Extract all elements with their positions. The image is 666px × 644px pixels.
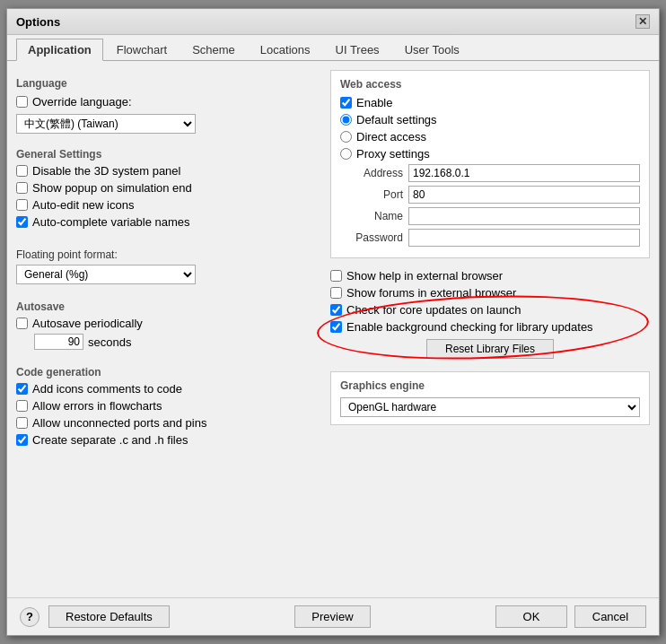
seconds-label: seconds [88,335,131,349]
tab-application[interactable]: Application [16,39,103,61]
cancel-button[interactable]: Cancel [574,605,646,628]
language-select[interactable]: 中文(繁體) (Taiwan) [16,114,196,134]
show-help-row: Show help in external browser [330,269,650,283]
default-settings-radio[interactable] [340,114,352,126]
proxy-settings-row: Proxy settings [340,147,640,161]
left-panel: Language Override language: 中文(繁體) (Taiw… [16,70,321,588]
port-input[interactable] [408,186,640,204]
tab-ui-trees[interactable]: UI Trees [324,39,391,60]
port-label: Port [340,188,403,201]
allow-errors-checkbox[interactable] [16,400,28,412]
enable-web-label: Enable [356,96,392,109]
footer: ? Restore Defaults Preview OK Cancel [7,597,659,635]
disable-3d-label: Disable the 3D system panel [32,164,180,178]
show-popup-row: Show popup on simulation end [16,181,321,195]
proxy-settings-radio[interactable] [340,148,352,160]
enable-web-checkbox[interactable] [340,97,352,109]
tab-user-tools[interactable]: User Tools [393,39,471,60]
name-label: Name [340,210,403,222]
allow-errors-row: Allow errors in flowcharts [16,399,321,413]
auto-complete-row: Auto-complete variable names [16,215,321,229]
disable-3d-checkbox[interactable] [16,165,28,177]
title-bar: Options ✕ [7,9,659,35]
main-content: Language Override language: 中文(繁體) (Taiw… [7,61,659,597]
show-popup-checkbox[interactable] [16,182,28,194]
help-button[interactable]: ? [20,607,39,627]
enable-web-row: Enable [340,96,640,109]
add-icons-row: Add icons comments to code [16,382,321,396]
password-label: Password [340,231,403,244]
autosave-section: Autosave Autosave periodically seconds [16,300,321,350]
show-help-checkbox[interactable] [330,270,342,282]
preview-button[interactable]: Preview [294,605,370,628]
allow-unconnected-row: Allow unconnected ports and pins [16,416,321,430]
password-input[interactable] [408,229,640,247]
address-input[interactable] [408,164,640,182]
add-icons-checkbox[interactable] [16,383,28,395]
show-forums-label: Show forums in external browser [346,286,516,300]
reset-btn-row: Reset Library Files [330,339,650,359]
enable-background-label: Enable background checking for library u… [346,320,593,334]
direct-access-radio[interactable] [340,131,352,143]
right-panel: Web access Enable Default settings Direc… [330,70,650,588]
override-language-checkbox[interactable] [16,96,28,108]
seconds-row: seconds [34,334,321,350]
ok-button[interactable]: OK [495,605,567,628]
autosave-periodically-checkbox[interactable] [16,318,28,329]
proxy-settings-label: Proxy settings [356,147,430,161]
create-separate-label: Create separate .c and .h files [32,433,188,447]
additional-checkboxes-section: Show help in external browser Show forum… [330,269,650,359]
check-core-row: Check for core updates on launch [330,303,650,317]
tab-locations[interactable]: Locations [249,39,322,60]
name-input[interactable] [408,207,640,225]
reset-library-button[interactable]: Reset Library Files [426,339,554,359]
check-core-checkbox[interactable] [330,304,342,316]
override-row: Override language: [16,95,321,109]
create-separate-row: Create separate .c and .h files [16,433,321,447]
code-generation-section: Code generation Add icons comments to co… [16,366,321,450]
auto-edit-row: Auto-edit new icons [16,198,321,212]
language-label: Language [16,77,321,90]
graphics-title: Graphics engine [340,379,640,392]
show-help-label: Show help in external browser [346,269,503,283]
check-core-label: Check for core updates on launch [346,303,521,317]
disable-3d-row: Disable the 3D system panel [16,164,321,178]
autosave-periodically-row: Autosave periodically [16,317,321,330]
auto-edit-checkbox[interactable] [16,199,28,211]
autosave-periodically-label: Autosave periodically [32,317,143,330]
restore-defaults-button[interactable]: Restore Defaults [48,605,170,628]
web-access-section: Web access Enable Default settings Direc… [330,70,650,258]
default-settings-row: Default settings [340,113,640,126]
graphics-section: Graphics engine OpenGL hardware [330,371,650,425]
dialog-title: Options [16,15,60,29]
general-settings-title: General Settings [16,148,321,161]
enable-background-row: Enable background checking for library u… [330,320,650,334]
add-icons-label: Add icons comments to code [32,382,182,396]
password-row: Password [340,229,640,247]
allow-unconnected-label: Allow unconnected ports and pins [32,416,206,430]
default-settings-label: Default settings [356,113,437,126]
close-button[interactable]: ✕ [635,14,650,29]
show-forums-row: Show forums in external browser [330,286,650,300]
options-dialog: Options ✕ Application Flowchart Scheme L… [6,8,660,636]
port-row: Port [340,186,640,204]
fp-format-section: Floating point format: General (%g) [16,248,321,284]
highlighted-options-box: Check for core updates on launch Enable … [330,303,650,359]
show-popup-label: Show popup on simulation end [32,181,192,195]
fp-format-select[interactable]: General (%g) [16,265,196,284]
tab-bar: Application Flowchart Scheme Locations U… [7,35,659,61]
seconds-input[interactable] [34,334,83,350]
name-row: Name [340,207,640,225]
tab-flowchart[interactable]: Flowchart [105,39,179,60]
allow-errors-label: Allow errors in flowcharts [32,399,162,413]
enable-background-checkbox[interactable] [330,321,342,333]
create-separate-checkbox[interactable] [16,434,28,446]
autosave-title: Autosave [16,300,321,313]
tab-scheme[interactable]: Scheme [180,39,247,60]
direct-access-row: Direct access [340,130,640,144]
allow-unconnected-checkbox[interactable] [16,417,28,429]
graphics-select[interactable]: OpenGL hardware [340,397,640,417]
show-forums-checkbox[interactable] [330,287,342,299]
general-settings-section: General Settings Disable the 3D system p… [16,148,321,232]
auto-complete-checkbox[interactable] [16,216,28,228]
